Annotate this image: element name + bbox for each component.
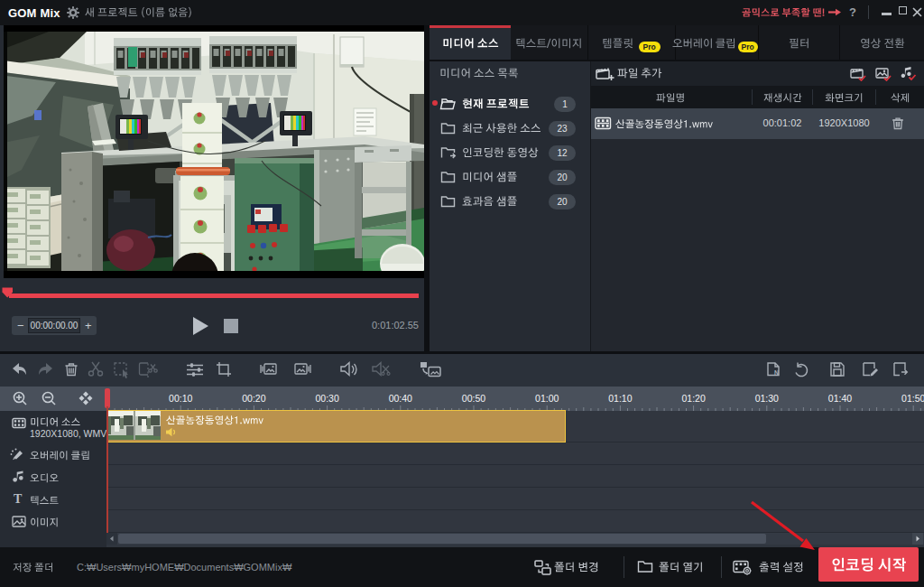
svg-text:01:10: 01:10 (608, 393, 632, 404)
svg-text:00:30: 00:30 (315, 393, 338, 404)
svg-text:N: N (774, 369, 779, 376)
svg-text:00:20: 00:20 (242, 393, 265, 404)
svg-text:00:50: 00:50 (462, 393, 485, 404)
svg-text:01:40: 01:40 (828, 393, 852, 404)
svg-text:00:10: 00:10 (169, 393, 192, 404)
svg-text:01:50: 01:50 (901, 393, 924, 404)
svg-text:01:20: 01:20 (681, 393, 705, 404)
svg-text:01:00: 01:00 (535, 393, 559, 404)
svg-text:01:30: 01:30 (755, 393, 779, 404)
svg-text:00:40: 00:40 (389, 393, 412, 404)
